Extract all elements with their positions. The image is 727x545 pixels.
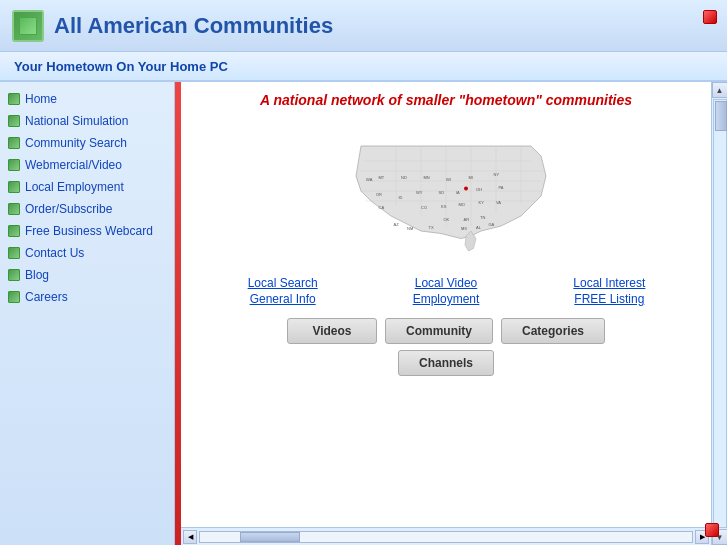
svg-text:KS: KS (441, 204, 447, 209)
svg-text:ND: ND (401, 175, 407, 180)
svg-text:MS: MS (461, 226, 467, 231)
scroll-track[interactable] (713, 99, 727, 528)
sidebar-icon-local-employment (8, 181, 20, 193)
subtitle-text: Your Hometown On Your Home PC (14, 59, 228, 74)
buttons-row-1: Videos Community Categories (201, 318, 691, 344)
svg-text:GA: GA (489, 222, 495, 227)
sidebar-item-webmercial-video[interactable]: Webmercial/Video (0, 154, 174, 176)
svg-text:MN: MN (424, 175, 430, 180)
svg-text:AR: AR (464, 217, 470, 222)
app-header: All American Communities (0, 0, 727, 52)
sidebar-icon-careers (8, 291, 20, 303)
svg-text:OH: OH (476, 187, 482, 192)
svg-text:NM: NM (407, 226, 413, 231)
sidebar-icon-order-subscribe (8, 203, 20, 215)
sidebar-label-careers: Careers (25, 290, 68, 304)
link-local-search[interactable]: Local Search (201, 276, 364, 290)
content-inner: A national network of smaller "hometown"… (181, 82, 711, 527)
svg-text:TN: TN (480, 215, 485, 220)
link-local-interest[interactable]: Local Interest (528, 276, 691, 290)
subtitle-bar: Your Hometown On Your Home PC (0, 52, 727, 82)
svg-text:MT: MT (379, 175, 385, 180)
scroll-h-track[interactable] (199, 531, 693, 543)
link-free-listing[interactable]: FREE Listing (528, 292, 691, 306)
links-grid: Local Search Local Video Local Interest … (201, 276, 691, 306)
svg-text:PA: PA (499, 185, 504, 190)
sidebar-label-local-employment: Local Employment (25, 180, 124, 194)
main-layout: Home National Simulation Community Searc… (0, 82, 727, 545)
svg-text:WI: WI (446, 177, 451, 182)
sidebar-icon-free-business-webcard (8, 225, 20, 237)
sidebar-item-careers[interactable]: Careers (0, 286, 174, 308)
sidebar-icon-community-search (8, 137, 20, 149)
sidebar-label-community-search: Community Search (25, 136, 127, 150)
sidebar-item-free-business-webcard[interactable]: Free Business Webcard (0, 220, 174, 242)
sidebar-label-webmercial-video: Webmercial/Video (25, 158, 122, 172)
sidebar-item-contact-us[interactable]: Contact Us (0, 242, 174, 264)
scroll-h-thumb[interactable] (240, 532, 300, 542)
app-logo (12, 10, 44, 42)
svg-text:AZ: AZ (394, 222, 400, 227)
sidebar-icon-national-simulation (8, 115, 20, 127)
scroll-left-arrow[interactable]: ◀ (183, 530, 197, 544)
svg-text:CA: CA (379, 205, 385, 210)
sidebar-icon-webmercial-video (8, 159, 20, 171)
svg-point-12 (464, 187, 468, 191)
channels-button[interactable]: Channels (398, 350, 494, 376)
sidebar-label-home: Home (25, 92, 57, 106)
sidebar-label-free-business-webcard: Free Business Webcard (25, 224, 153, 238)
sidebar-item-local-employment[interactable]: Local Employment (0, 176, 174, 198)
sidebar: Home National Simulation Community Searc… (0, 82, 175, 545)
svg-text:TX: TX (429, 225, 434, 230)
app-title: All American Communities (54, 13, 333, 39)
us-map: WA MT ND MN WI MI NY OR CA ID WY SD IA O… (306, 116, 586, 266)
sidebar-label-national-simulation: National Simulation (25, 114, 128, 128)
sidebar-label-contact-us: Contact Us (25, 246, 84, 260)
scroll-thumb[interactable] (715, 101, 727, 131)
sidebar-item-order-subscribe[interactable]: Order/Subscribe (0, 198, 174, 220)
vertical-scrollbar[interactable]: ▲ ▼ (711, 82, 727, 545)
window-close-top[interactable] (703, 10, 717, 24)
videos-button[interactable]: Videos (287, 318, 377, 344)
sidebar-item-community-search[interactable]: Community Search (0, 132, 174, 154)
sidebar-icon-blog (8, 269, 20, 281)
horizontal-scrollbar[interactable]: ◀ ▶ (181, 527, 711, 545)
svg-text:WA: WA (366, 177, 373, 182)
sidebar-label-order-subscribe: Order/Subscribe (25, 202, 112, 216)
svg-text:SD: SD (439, 190, 445, 195)
buttons-row-2: Channels (201, 350, 691, 376)
sidebar-icon-home (8, 93, 20, 105)
tagline: A national network of smaller "hometown"… (201, 92, 691, 108)
svg-text:ID: ID (399, 195, 403, 200)
svg-text:CO: CO (421, 205, 427, 210)
svg-text:MI: MI (469, 175, 473, 180)
community-button[interactable]: Community (385, 318, 493, 344)
categories-button[interactable]: Categories (501, 318, 605, 344)
svg-text:VA: VA (496, 200, 501, 205)
sidebar-item-blog[interactable]: Blog (0, 264, 174, 286)
map-container: WA MT ND MN WI MI NY OR CA ID WY SD IA O… (201, 116, 691, 266)
svg-text:MO: MO (459, 202, 465, 207)
svg-text:OK: OK (444, 217, 450, 222)
logo-inner (19, 17, 37, 35)
svg-text:WY: WY (416, 190, 423, 195)
svg-text:OR: OR (376, 192, 382, 197)
sidebar-item-national-simulation[interactable]: National Simulation (0, 110, 174, 132)
sidebar-item-home[interactable]: Home (0, 88, 174, 110)
link-employment[interactable]: Employment (364, 292, 527, 306)
sidebar-icon-contact-us (8, 247, 20, 259)
window-close-bottom[interactable] (705, 523, 719, 537)
link-general-info[interactable]: General Info (201, 292, 364, 306)
content-area: A national network of smaller "hometown"… (181, 82, 711, 545)
scroll-up-arrow[interactable]: ▲ (712, 82, 728, 98)
svg-text:KY: KY (479, 200, 485, 205)
svg-text:IA: IA (456, 190, 460, 195)
sidebar-label-blog: Blog (25, 268, 49, 282)
svg-text:NY: NY (494, 172, 500, 177)
link-local-video[interactable]: Local Video (364, 276, 527, 290)
svg-text:AL: AL (476, 225, 482, 230)
